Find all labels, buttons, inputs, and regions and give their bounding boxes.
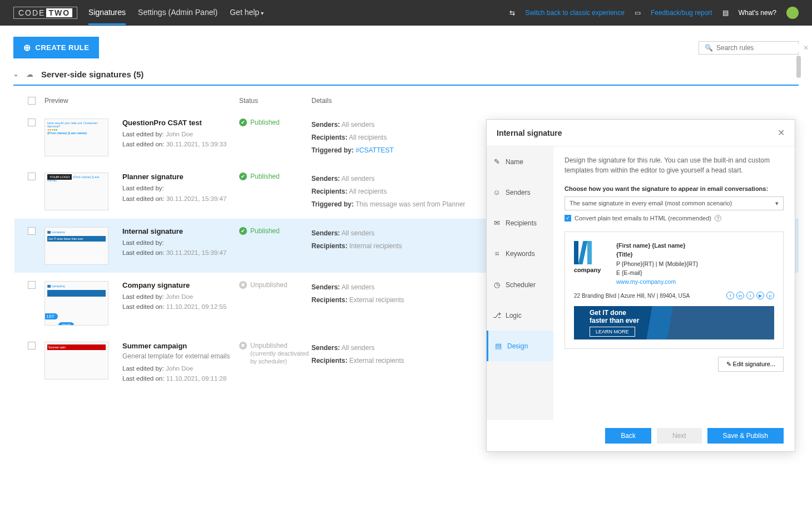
sig-phone: P {Phone}{RT} | M {Mobile}{RT} bbox=[616, 259, 698, 268]
panel-header: Internal signature ✕ bbox=[487, 120, 795, 146]
last-edited-on-value: 11.10.2021, 09:12:55 bbox=[166, 303, 227, 310]
last-edited-by-value: John Doe bbox=[166, 131, 193, 137]
scheduler-icon: ◷ bbox=[492, 280, 501, 289]
last-edited-on-label: Last edited on: bbox=[122, 375, 164, 382]
last-edited-on-label: Last edited on: bbox=[122, 141, 164, 147]
row-checkbox[interactable] bbox=[28, 342, 36, 349]
recipients-label: Recipients: bbox=[311, 242, 348, 250]
table-header: Preview Status Details bbox=[14, 91, 799, 110]
side-item-scheduler[interactable]: ◷Scheduler bbox=[487, 269, 553, 300]
rule-thumbnail: Summer sale! bbox=[44, 342, 108, 380]
triggered-value: This message was sent from Planner bbox=[355, 200, 465, 208]
last-edited-by-label: Last edited by: bbox=[122, 185, 164, 191]
feedback-link[interactable]: Feedback/bug report bbox=[651, 9, 712, 17]
badge-second: 2ND bbox=[58, 322, 74, 326]
last-edited-on-label: Last edited on: bbox=[122, 249, 164, 256]
side-item-keywords[interactable]: ⌗Keywords bbox=[487, 238, 553, 269]
side-label: Recipients bbox=[506, 219, 537, 227]
toolbar: CREATE RULE 🔍 ✕ bbox=[0, 26, 812, 70]
collapse-icon[interactable]: ⌄ bbox=[13, 71, 18, 78]
switch-classic-link[interactable]: Switch back to classic experience bbox=[525, 9, 625, 17]
linkedin-icon[interactable]: in bbox=[736, 292, 744, 299]
senders-label: Senders: bbox=[311, 229, 340, 237]
recipients-value: All recipients bbox=[349, 188, 387, 195]
side-item-logic[interactable]: ⎇Logic bbox=[487, 300, 553, 331]
whats-new-link[interactable]: What's new? bbox=[739, 9, 776, 17]
search-icon: 🔍 bbox=[705, 44, 713, 52]
create-rule-button[interactable]: CREATE RULE bbox=[13, 37, 99, 58]
last-edited-by-value: John Doe bbox=[166, 293, 193, 300]
tab-get-help[interactable]: Get help bbox=[230, 1, 264, 25]
side-item-design[interactable]: ▤Design bbox=[487, 331, 553, 361]
last-edited-by-label: Last edited by: bbox=[122, 131, 164, 137]
banner-learn-more[interactable]: LEARN MORE bbox=[590, 327, 635, 337]
recipients-label: Recipients: bbox=[311, 357, 348, 365]
tab-settings[interactable]: Settings (Admin Panel) bbox=[138, 1, 217, 25]
section-header: ⌄ ☁ Server-side signatures (5) bbox=[0, 70, 812, 82]
search-box[interactable]: 🔍 ✕ bbox=[699, 41, 799, 55]
sig-url[interactable]: www.my-company.com bbox=[616, 277, 698, 286]
appearance-select[interactable]: The same signature in every email (most … bbox=[565, 196, 784, 210]
rule-name: Summer campaign bbox=[122, 342, 239, 350]
row-checkbox[interactable] bbox=[28, 281, 36, 289]
search-input[interactable] bbox=[716, 44, 800, 52]
nav-tabs: Signatures Settings (Admin Panel) Get he… bbox=[88, 1, 264, 25]
signature-banner: Get IT done faster than ever LEARN MORE bbox=[574, 306, 774, 339]
youtube-icon[interactable]: ▶ bbox=[756, 292, 764, 299]
logic-icon: ⎇ bbox=[492, 311, 501, 319]
select-all-checkbox[interactable] bbox=[28, 97, 36, 105]
badge-first: 1ST bbox=[44, 313, 58, 319]
rule-thumbnail: ▮▮ company1ST2ND bbox=[44, 281, 108, 326]
select-value: The same signature in every email (most … bbox=[570, 200, 732, 207]
facebook-icon[interactable]: f bbox=[726, 292, 734, 299]
rule-thumbnail: How would you rate our Customer Service?… bbox=[44, 119, 108, 156]
side-label: Keywords bbox=[506, 250, 535, 258]
triggered-value: #CSATTEST bbox=[355, 146, 393, 154]
edit-signature-button[interactable]: Edit signature... bbox=[718, 357, 784, 372]
status-published: Published bbox=[239, 227, 311, 235]
row-checkbox[interactable] bbox=[28, 119, 36, 126]
sig-address: 22 Branding Blvd | Azure Hill, NV | 8940… bbox=[574, 293, 690, 299]
panel-sidebar: ✎Name ☺Senders ✉Recipients ⌗Keywords ◷Sc… bbox=[487, 146, 553, 414]
help-icon[interactable]: ? bbox=[715, 215, 721, 221]
recipients-value: Internal recipients bbox=[349, 242, 402, 250]
side-item-name[interactable]: ✎Name bbox=[487, 146, 553, 177]
status-published: Published bbox=[239, 119, 311, 126]
search-clear-icon[interactable]: ✕ bbox=[803, 44, 809, 52]
row-checkbox[interactable] bbox=[28, 227, 36, 235]
pinterest-icon[interactable]: p bbox=[766, 292, 774, 299]
signature-preview: company {First name} {Last name} {Title}… bbox=[565, 232, 784, 349]
logo-text-b: TWO bbox=[46, 8, 72, 17]
senders-value: All senders bbox=[341, 175, 374, 183]
row-checkbox[interactable] bbox=[28, 173, 36, 180]
convert-checkbox[interactable]: ✓ bbox=[565, 215, 571, 221]
side-label: Design bbox=[507, 342, 528, 350]
senders-value: All senders bbox=[341, 344, 374, 352]
nav-right: ⇆ Switch back to classic experience ▭ Fe… bbox=[509, 7, 799, 19]
senders-value: All senders bbox=[341, 121, 374, 129]
senders-label: Senders: bbox=[311, 344, 340, 352]
last-edited-on-value: 30.11.2021, 15:39:47 bbox=[166, 195, 227, 202]
status-published: Published bbox=[239, 173, 311, 180]
close-icon[interactable]: ✕ bbox=[778, 127, 785, 138]
status-note: (currently deactivated by scheduler) bbox=[250, 350, 309, 365]
sig-name: {First name} {Last name} bbox=[616, 241, 698, 250]
side-label: Senders bbox=[506, 189, 531, 196]
side-item-recipients[interactable]: ✉Recipients bbox=[487, 208, 553, 238]
senders-label: Senders: bbox=[311, 121, 340, 129]
last-edited-by-label: Last edited by: bbox=[122, 239, 164, 246]
recipients-label: Recipients: bbox=[311, 134, 348, 141]
panel-title: Internal signature bbox=[497, 129, 562, 137]
scrollbar[interactable] bbox=[796, 56, 801, 78]
sig-title: {Title} bbox=[616, 250, 698, 259]
side-label: Scheduler bbox=[506, 281, 536, 289]
avatar[interactable] bbox=[786, 7, 799, 19]
status-unpublished: Unpublished bbox=[239, 281, 311, 289]
recipients-label: Recipients: bbox=[311, 188, 348, 195]
signature-info: {First name} {Last name} {Title} P {Phon… bbox=[616, 241, 698, 286]
senders-value: All senders bbox=[341, 283, 374, 291]
tab-signatures[interactable]: Signatures bbox=[88, 1, 126, 25]
convert-checkbox-row[interactable]: ✓ Convert plain text emails to HTML (rec… bbox=[565, 215, 784, 221]
side-item-senders[interactable]: ☺Senders bbox=[487, 177, 553, 208]
twitter-icon[interactable]: t bbox=[746, 292, 754, 299]
